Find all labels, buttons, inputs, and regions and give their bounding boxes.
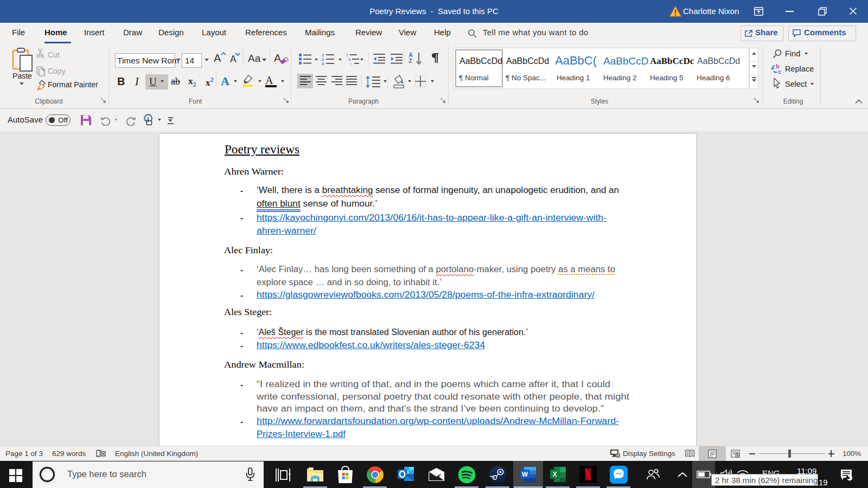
svg-text:W: W [522, 471, 528, 478]
svg-text:X: X [552, 471, 557, 478]
svg-text:3: 3 [322, 61, 324, 66]
svg-text:i: i [350, 62, 352, 66]
svg-text:a: a [348, 57, 350, 61]
svg-text:1: 1 [346, 53, 348, 57]
svg-text:c: c [778, 68, 781, 74]
